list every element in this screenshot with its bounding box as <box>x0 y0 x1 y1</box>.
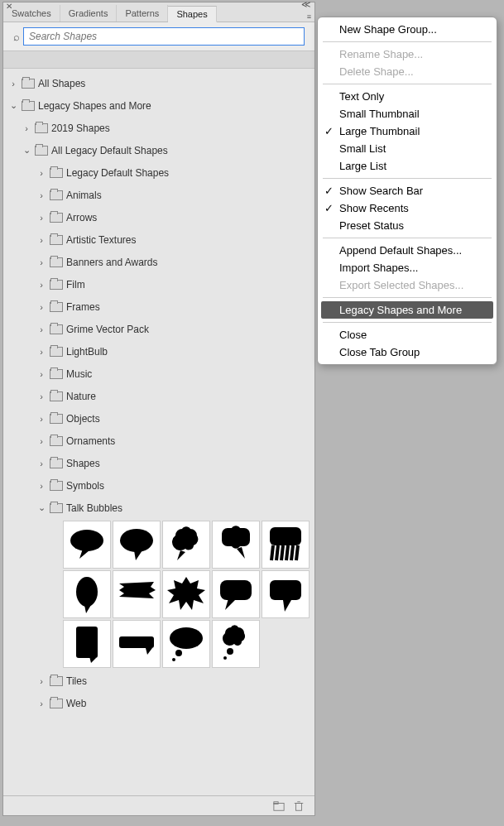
menu-item[interactable]: Preset Status <box>318 217 497 234</box>
menu-item[interactable]: Legacy Shapes and More <box>321 301 493 319</box>
folder-row[interactable]: ⌄All Legacy Default Shapes <box>3 139 314 161</box>
shape-thumbnail[interactable] <box>262 521 310 569</box>
shape-thumbnail[interactable] <box>212 521 260 569</box>
tab-shapes[interactable]: Shapes <box>168 6 216 22</box>
folder-icon <box>50 235 63 245</box>
menu-item[interactable]: Small Thumbnail <box>318 105 497 122</box>
folder-icon <box>50 347 63 357</box>
chevron-down-icon[interactable]: ⌄ <box>8 100 18 111</box>
tab-gradients[interactable]: Gradients <box>60 5 118 22</box>
chevron-right-icon[interactable]: › <box>36 302 46 312</box>
chevron-right-icon[interactable]: › <box>36 459 46 468</box>
chevron-right-icon[interactable]: › <box>36 676 46 686</box>
folder-label: Legacy Default Shapes <box>66 167 169 179</box>
chevron-right-icon[interactable]: › <box>8 79 18 89</box>
shape-thumbnail[interactable] <box>113 521 161 569</box>
chevron-right-icon[interactable]: › <box>36 369 46 379</box>
folder-row[interactable]: ›Nature <box>3 385 314 407</box>
close-icon[interactable]: ✕ <box>6 2 12 11</box>
folder-row[interactable]: ›All Shapes <box>3 72 314 94</box>
tab-patterns[interactable]: Patterns <box>117 5 168 22</box>
folder-row[interactable]: ›Shapes <box>3 452 314 474</box>
folder-row[interactable]: ›Arrows <box>3 206 314 228</box>
shape-thumbnail[interactable] <box>162 570 210 618</box>
folder-row[interactable]: ›Animals <box>3 184 314 206</box>
menu-item[interactable]: Close Tab Group <box>318 343 497 361</box>
shape-thumbnail[interactable] <box>162 620 210 668</box>
folder-row[interactable]: ›Film <box>3 273 314 295</box>
shape-thumbnail[interactable] <box>63 620 111 668</box>
shape-thumbnail[interactable] <box>113 620 161 668</box>
folder-label: Music <box>66 368 92 380</box>
chevron-right-icon[interactable]: › <box>36 280 46 290</box>
chevron-down-icon[interactable]: ⌄ <box>22 145 31 156</box>
menu-item[interactable]: Large List <box>318 157 497 175</box>
new-folder-icon[interactable] <box>273 800 285 812</box>
search-input[interactable] <box>23 27 305 46</box>
folder-icon <box>22 79 35 89</box>
shape-thumbnail[interactable] <box>212 570 260 618</box>
folder-icon <box>22 101 35 111</box>
svg-point-10 <box>227 648 233 655</box>
folder-row[interactable]: ›Tiles <box>3 670 314 692</box>
folder-row[interactable]: ›Banners and Awards <box>3 251 314 273</box>
chevron-right-icon[interactable]: › <box>36 190 46 200</box>
chevron-right-icon[interactable]: › <box>36 414 46 424</box>
menu-item[interactable]: Show Search Bar <box>318 182 497 199</box>
folder-row[interactable]: ›Artistic Textures <box>3 228 314 251</box>
search-row: ⌕ <box>3 22 314 50</box>
chevron-right-icon[interactable]: › <box>36 699 46 708</box>
folder-label: Grime Vector Pack <box>66 324 149 335</box>
panel-flyout-menu[interactable]: New Shape Group...Rename Shape...Delete … <box>317 17 497 365</box>
chevron-right-icon[interactable]: › <box>36 213 46 223</box>
chevron-right-icon[interactable]: › <box>36 481 46 491</box>
panel-menu-icon[interactable]: ≡ <box>307 12 311 21</box>
folder-label: Objects <box>66 413 100 425</box>
chevron-right-icon[interactable]: › <box>36 235 46 245</box>
collapse-icon[interactable]: ≪ <box>301 0 311 10</box>
menu-item[interactable]: New Shape Group... <box>318 21 497 38</box>
menu-separator <box>323 41 492 42</box>
folder-row[interactable]: ⌄Legacy Shapes and More <box>3 94 314 117</box>
menu-item[interactable]: Large Thumbnail <box>318 122 497 140</box>
shape-thumbnail[interactable] <box>63 521 111 569</box>
folder-row[interactable]: ›Ornaments <box>3 430 314 452</box>
shape-thumbnail[interactable] <box>162 521 210 569</box>
folder-label: Tiles <box>66 675 87 687</box>
menu-item[interactable]: Append Default Shapes... <box>318 242 497 259</box>
thumbnail-grid <box>3 519 314 670</box>
folder-row[interactable]: ›Objects <box>3 407 314 430</box>
menu-item[interactable]: Show Recents <box>318 199 497 217</box>
svg-point-1 <box>120 529 153 552</box>
shape-thumbnail[interactable] <box>262 570 310 618</box>
shape-tree[interactable]: ›All Shapes⌄Legacy Shapes and More›2019 … <box>3 69 314 795</box>
chevron-right-icon[interactable]: › <box>36 257 46 267</box>
folder-row[interactable]: ›Grime Vector Pack <box>3 318 314 340</box>
chevron-right-icon[interactable]: › <box>36 391 46 401</box>
folder-row[interactable]: ›2019 Shapes <box>3 117 314 139</box>
folder-row[interactable]: ›Web <box>3 692 314 714</box>
folder-row[interactable]: ›Symbols <box>3 474 314 497</box>
shape-thumbnail[interactable] <box>63 570 111 618</box>
chevron-down-icon[interactable]: ⌄ <box>36 502 46 513</box>
menu-item[interactable]: Small List <box>318 140 497 157</box>
menu-item[interactable]: Close <box>318 326 497 343</box>
folder-row[interactable]: ›LightBulb <box>3 340 314 363</box>
chevron-right-icon[interactable]: › <box>36 168 46 178</box>
chevron-right-icon[interactable]: › <box>22 123 31 133</box>
chevron-right-icon[interactable]: › <box>36 436 46 446</box>
shape-thumbnail[interactable] <box>113 570 161 618</box>
folder-icon <box>50 257 63 267</box>
folder-label: Frames <box>66 301 100 313</box>
menu-item[interactable]: Import Shapes... <box>318 259 497 276</box>
folder-row[interactable]: ›Music <box>3 363 314 385</box>
chevron-right-icon[interactable]: › <box>36 347 46 357</box>
folder-row[interactable]: ›Frames <box>3 295 314 318</box>
folder-row[interactable]: ›Legacy Default Shapes <box>3 161 314 184</box>
trash-icon[interactable] <box>293 800 305 812</box>
folder-label: All Legacy Default Shapes <box>51 145 168 156</box>
folder-row[interactable]: ⌄Talk Bubbles <box>3 497 314 519</box>
chevron-right-icon[interactable]: › <box>36 324 46 334</box>
shape-thumbnail[interactable] <box>212 620 260 668</box>
menu-item[interactable]: Text Only <box>318 88 497 105</box>
